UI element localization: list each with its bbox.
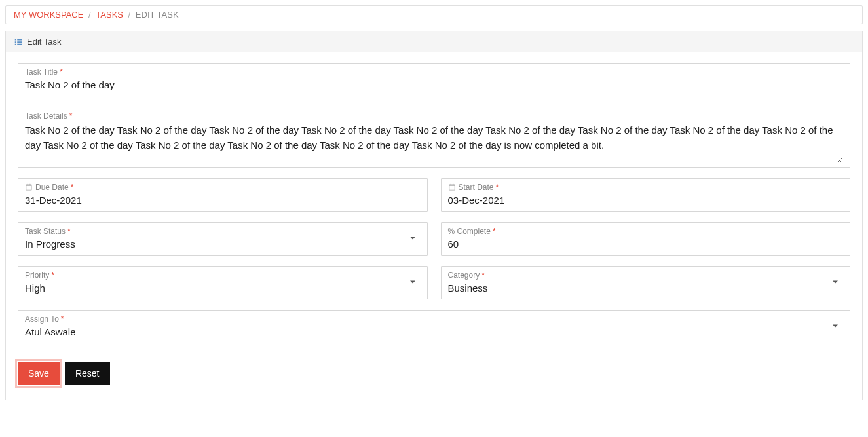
breadcrumb-sep: / — [128, 10, 131, 20]
category-field[interactable]: Category* Business — [441, 266, 851, 299]
due-date-field[interactable]: Due Date* — [18, 178, 428, 212]
panel-title: Edit Task — [27, 37, 62, 47]
category-label: Category* — [448, 271, 844, 280]
category-value[interactable]: Business — [448, 282, 844, 294]
reset-button[interactable]: Reset — [65, 362, 110, 385]
assign-to-field[interactable]: Assign To* Atul Aswale — [18, 310, 850, 343]
percent-complete-input[interactable] — [448, 238, 844, 250]
assign-to-value[interactable]: Atul Aswale — [25, 326, 843, 337]
task-title-field[interactable]: Task Title* — [18, 63, 850, 96]
task-title-input[interactable] — [25, 79, 843, 90]
assign-to-label: Assign To* — [25, 314, 843, 324]
form-buttons: Save Reset — [18, 362, 850, 385]
priority-field[interactable]: Priority* High — [18, 266, 428, 299]
list-icon — [14, 37, 23, 47]
task-details-label: Task Details* — [25, 111, 843, 121]
task-details-field[interactable]: Task Details* — [18, 107, 850, 168]
panel-header: Edit Task — [6, 31, 862, 52]
percent-complete-label: % Complete* — [448, 227, 844, 236]
start-date-field[interactable]: Start Date* — [441, 178, 851, 212]
task-status-field[interactable]: Task Status* In Progress — [18, 222, 428, 256]
due-date-label: Due Date* — [25, 183, 421, 192]
breadcrumb-sep: / — [88, 10, 91, 20]
save-button[interactable]: Save — [18, 362, 60, 385]
breadcrumb-tasks[interactable]: TASKS — [96, 10, 123, 20]
task-title-label: Task Title* — [25, 67, 843, 77]
calendar-icon — [448, 183, 456, 191]
task-status-value[interactable]: In Progress — [25, 238, 421, 250]
percent-complete-field[interactable]: % Complete* — [441, 222, 851, 256]
start-date-label: Start Date* — [448, 183, 844, 192]
breadcrumb-current: EDIT TASK — [136, 10, 179, 20]
task-details-input[interactable] — [25, 123, 843, 162]
breadcrumb-my-workspace[interactable]: MY WORKSPACE — [14, 10, 83, 20]
breadcrumb: MY WORKSPACE / TASKS / EDIT TASK — [5, 5, 863, 24]
start-date-input[interactable] — [448, 195, 844, 206]
task-status-label: Task Status* — [25, 227, 421, 236]
priority-value[interactable]: High — [25, 282, 421, 294]
edit-task-panel: Edit Task Task Title* Task Details* — [5, 31, 863, 400]
panel-body: Task Title* Task Details* — [6, 52, 862, 400]
priority-label: Priority* — [25, 271, 421, 280]
calendar-icon — [25, 183, 33, 191]
due-date-input[interactable] — [25, 195, 421, 206]
